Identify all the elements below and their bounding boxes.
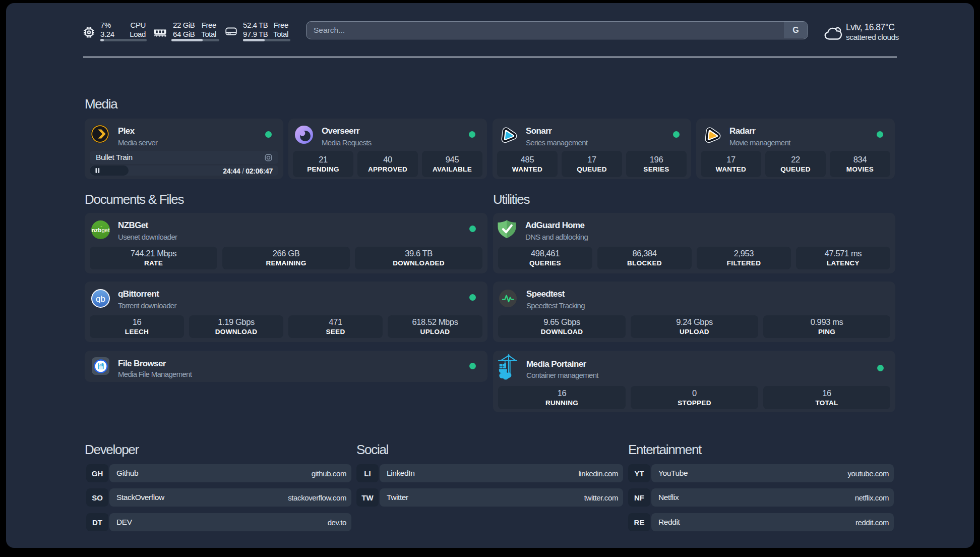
svg-text:nzbget: nzbget [92,227,110,233]
svg-text:qb: qb [96,294,105,304]
